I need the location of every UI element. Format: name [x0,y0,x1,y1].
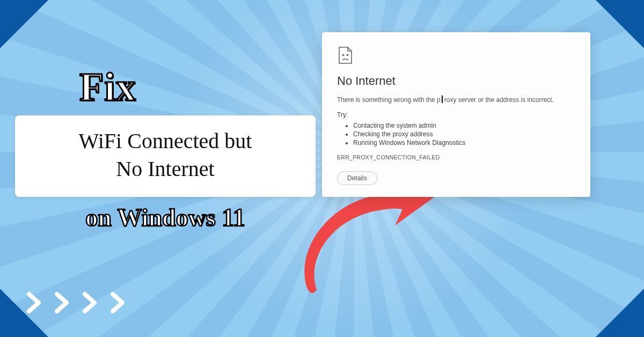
chevron-right-icon [49,290,75,316]
error-suggestion-link[interactable]: Checking the proxy address [353,130,575,138]
headline-fix-word: Fix [79,64,316,110]
corner-triangle-bottom-right [596,289,644,337]
headline-title-box: WiFi Connected but No Internet [15,115,316,197]
chevron-row [21,290,131,316]
chevron-right-icon [77,290,103,316]
details-button[interactable]: Details [337,171,377,185]
headline-line-2: No Internet [31,155,299,183]
chevron-right-icon [105,290,131,316]
error-try-label: Try: [337,111,575,119]
text-cursor-icon [441,96,444,103]
corner-triangle-top-left [0,0,48,48]
headline-on-windows: on Windows 11 [15,203,316,232]
sad-document-icon [337,46,353,64]
error-code: ERR_PROXY_CONNECTION_FAILED [337,154,575,160]
error-suggestion-list: Contacting the system admin Checking the… [353,122,575,146]
error-description-part2: roxy server or the address is incorrect. [444,96,554,104]
browser-error-page: No Internet There is something wrong wit… [322,32,590,197]
error-suggestion-link[interactable]: Running Windows Network Diagnostics [353,139,575,146]
error-description: There is something wrong with the proxy … [337,96,575,104]
corner-triangle-top-right [596,0,644,48]
error-suggestion-item: Contacting the system admin [353,122,575,129]
error-description-part1: There is something wrong with the p [337,96,441,104]
error-title: No Internet [337,74,575,88]
headline-block: Fix WiFi Connected but No Internet on Wi… [15,64,316,232]
chevron-right-icon [21,290,47,316]
headline-line-1: WiFi Connected but [31,127,299,155]
